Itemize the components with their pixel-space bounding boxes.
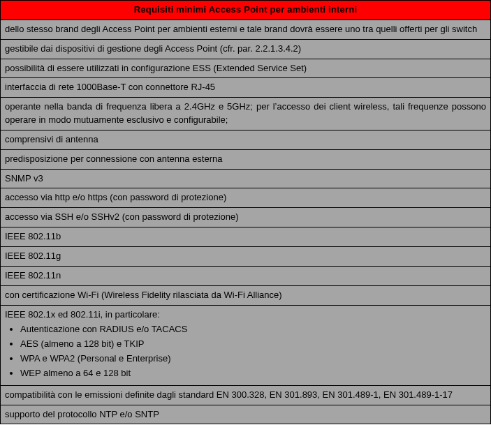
requirement-bullet: WPA e WPA2 (Personal e Enterprise) xyxy=(20,352,486,366)
requirement-cell: dello stesso brand degli Access Point pe… xyxy=(1,20,491,39)
table-row: SNMP v3 xyxy=(1,169,491,188)
requirement-cell: IEEE 802.1x ed 802.11i, in particolare:A… xyxy=(1,305,491,385)
table-row: con certificazione Wi-Fi (Wireless Fidel… xyxy=(1,285,491,305)
table-row: supporto del protocollo NTP e/o SNTP xyxy=(1,405,491,424)
table-row: predisposizione per connessione con ante… xyxy=(1,149,491,169)
requirement-bullet: WEP almeno a 64 e 128 bit xyxy=(20,366,486,381)
requirement-cell: accesso via SSH e/o SSHv2 (con password … xyxy=(1,208,491,227)
table-header: Requisiti minimi Access Point per ambien… xyxy=(1,1,491,20)
table-row: possibilità di essere utilizzati in conf… xyxy=(1,59,491,78)
table-row: accesso via SSH e/o SSHv2 (con password … xyxy=(1,208,491,227)
table-row: interfaccia di rete 1000Base-T con conne… xyxy=(1,78,491,98)
requirement-cell: gestibile dai dispositivi di gestione de… xyxy=(1,39,491,59)
table-row: IEEE 802.1x ed 802.11i, in particolare:A… xyxy=(1,305,491,385)
table-row: IEEE 802.11g xyxy=(1,246,491,266)
table-row: gestibile dai dispositivi di gestione de… xyxy=(1,39,491,59)
requirement-cell: IEEE 802.11b xyxy=(1,227,491,247)
requirement-cell: SNMP v3 xyxy=(1,169,491,188)
requirement-cell: compatibilità con le emissioni definite … xyxy=(1,385,491,405)
requirement-cell: possibilità di essere utilizzati in conf… xyxy=(1,59,491,78)
table-row: compatibilità con le emissioni definite … xyxy=(1,385,491,405)
requirement-intro: IEEE 802.1x ed 802.11i, in particolare: xyxy=(5,308,486,322)
requirement-cell: comprensivi di antenna xyxy=(1,130,491,149)
requirement-bullets: Autenticazione con RADIUS e/o TACACSAES … xyxy=(5,322,486,380)
table-body: dello stesso brand degli Access Point pe… xyxy=(1,20,491,424)
requirement-cell: con certificazione Wi-Fi (Wireless Fidel… xyxy=(1,285,491,305)
requirement-cell: interfaccia di rete 1000Base-T con conne… xyxy=(1,78,491,98)
requirement-cell: accesso via http e/o https (con password… xyxy=(1,188,491,208)
table-row: IEEE 802.11n xyxy=(1,266,491,285)
requirement-cell: operante nella banda di frequenza libera… xyxy=(1,98,491,130)
requirement-bullet: AES (almeno a 128 bit) e TKIP xyxy=(20,337,486,352)
requirement-cell: supporto del protocollo NTP e/o SNTP xyxy=(1,405,491,424)
table-row: accesso via http e/o https (con password… xyxy=(1,188,491,208)
requirement-cell: IEEE 802.11g xyxy=(1,246,491,266)
requirement-cell: predisposizione per connessione con ante… xyxy=(1,149,491,169)
requirements-table: Requisiti minimi Access Point per ambien… xyxy=(0,0,491,424)
table-row: operante nella banda di frequenza libera… xyxy=(1,98,491,130)
table-row: IEEE 802.11b xyxy=(1,227,491,247)
table-row: comprensivi di antenna xyxy=(1,130,491,149)
table-row: dello stesso brand degli Access Point pe… xyxy=(1,20,491,39)
requirement-cell: IEEE 802.11n xyxy=(1,266,491,285)
requirement-bullet: Autenticazione con RADIUS e/o TACACS xyxy=(20,322,486,337)
